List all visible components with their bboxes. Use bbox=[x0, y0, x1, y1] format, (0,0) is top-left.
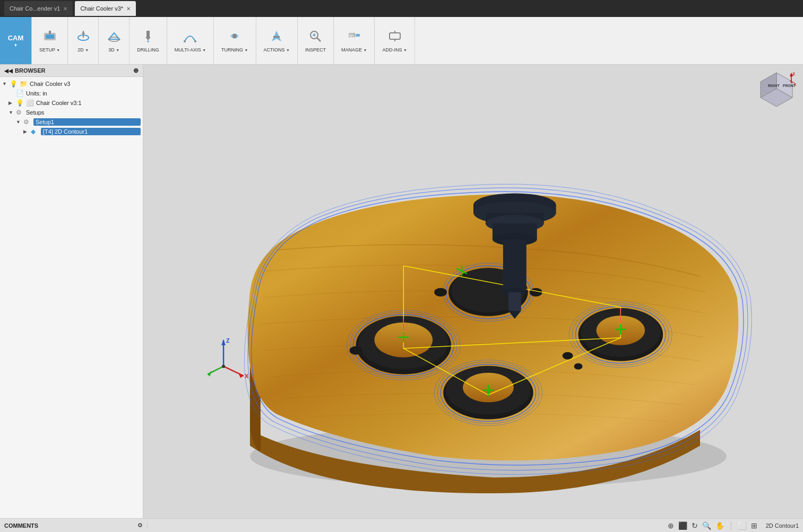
toolbar-manage-button[interactable]: G1G2 MANAGE ▼ bbox=[337, 19, 371, 62]
toolbar-group-actions: ACTIONS ▼ bbox=[256, 17, 298, 64]
title-bar: Chair Co...ender v1 ✕ Chair Cooler v3* ✕ bbox=[0, 0, 803, 17]
tree-arrow-setup1: ▼ bbox=[16, 119, 23, 125]
setup-label: SETUP ▼ bbox=[39, 47, 60, 53]
svg-marker-5 bbox=[82, 31, 85, 34]
3d-label: 3D ▼ bbox=[108, 47, 119, 53]
multiaxis-label: MULTI-AXIS ▼ bbox=[175, 47, 206, 53]
browser-collapse-icon[interactable]: ⊕ bbox=[133, 67, 139, 74]
svg-rect-78 bbox=[503, 239, 526, 292]
light-bulb-icon: 💡 bbox=[10, 80, 18, 88]
snap-icon[interactable]: ⊕ bbox=[668, 521, 674, 530]
tree-item-component[interactable]: ▶ 💡 ⬜ Chair Cooler v3:1 bbox=[0, 98, 143, 108]
tab-close-v1[interactable]: ✕ bbox=[63, 6, 67, 12]
grid-icon[interactable]: ⊞ bbox=[751, 521, 757, 530]
bottom-toolbar-icons: ⊕ ⬛ ↻ 🔍 ✋ ⬜ ⊞ bbox=[668, 521, 757, 530]
comments-label: COMMENTS bbox=[4, 522, 38, 529]
display-mode-icon[interactable]: ⬜ bbox=[738, 521, 747, 530]
svg-point-89 bbox=[222, 365, 225, 368]
toolbar-actions-button[interactable]: ACTIONS ▼ bbox=[260, 19, 294, 62]
toolbar-group-turning: TURNING ▼ bbox=[214, 17, 256, 64]
tree-label-contour: [T4] 2D Contour1 bbox=[41, 128, 141, 135]
svg-rect-1 bbox=[46, 34, 54, 39]
diamond-icon: ◆ bbox=[31, 128, 39, 135]
turning-label: TURNING ▼ bbox=[221, 47, 248, 53]
toolbar-addins-button[interactable]: ADD-INS ▼ bbox=[378, 19, 411, 62]
svg-point-53 bbox=[563, 352, 573, 360]
actions-icon bbox=[269, 29, 284, 46]
toolbar-turning-button[interactable]: TURNING ▼ bbox=[217, 19, 252, 62]
3d-icon bbox=[107, 29, 122, 46]
tree-label-root: Chair Cooler v3 bbox=[30, 81, 141, 87]
toolbar-multiaxis-button[interactable]: MULTI-AXIS ▼ bbox=[170, 19, 210, 62]
multiaxis-icon bbox=[183, 29, 197, 46]
folder-icon: 📁 bbox=[20, 80, 28, 88]
tree-arrow-contour: ▶ bbox=[23, 129, 31, 134]
doc-icon: 📄 bbox=[16, 90, 24, 97]
cam-label: CAM bbox=[8, 34, 24, 42]
tree-label-setup1: Setup1 bbox=[33, 118, 141, 126]
orbit-icon[interactable]: ↻ bbox=[692, 521, 698, 530]
tab-chair-cooler-v3[interactable]: Chair Cooler v3* ✕ bbox=[75, 1, 136, 16]
toolbar-3d-button[interactable]: 3D ▼ bbox=[102, 19, 126, 62]
toolbar-inspect-button[interactable]: INSPECT bbox=[301, 19, 330, 62]
view-cube[interactable]: FRONT RIGHT Z X bbox=[755, 70, 798, 112]
addins-icon bbox=[387, 29, 402, 46]
tree-item-units[interactable]: 📄 Units: in bbox=[0, 89, 143, 98]
setup1-icon: ⚙ bbox=[23, 118, 32, 126]
browser-panel: ◀◀ BROWSER ⊕ ▼ 💡 📁 Chair Cooler v3 📄 Uni… bbox=[0, 65, 143, 518]
active-operation-label: 2D Contour1 bbox=[766, 522, 799, 529]
toolbar-drilling-button[interactable]: DRILLING bbox=[133, 19, 163, 62]
toolbar-group-inspect: INSPECT bbox=[298, 17, 334, 64]
tree-item-contour[interactable]: ▶ ◆ [T4] 2D Contour1 bbox=[0, 127, 143, 136]
svg-point-11 bbox=[194, 40, 196, 42]
tree-item-root[interactable]: ▼ 💡 📁 Chair Cooler v3 bbox=[0, 79, 143, 89]
display-icon[interactable]: ⬛ bbox=[678, 521, 687, 530]
setup-icon bbox=[42, 29, 57, 46]
toolbar-group-setup: SETUP ▼ bbox=[32, 17, 68, 64]
3d-viewport[interactable]: Z X FRONT bbox=[143, 65, 803, 518]
tab-label: Chair Co...ender v1 bbox=[10, 5, 60, 12]
tree-item-setups[interactable]: ▼ ⚙ Setups bbox=[0, 108, 143, 117]
turning-icon bbox=[227, 29, 242, 46]
svg-point-12 bbox=[232, 34, 237, 38]
svg-text:RIGHT: RIGHT bbox=[768, 84, 780, 88]
toolbar-group-manage: G1G2 MANAGE ▼ bbox=[334, 17, 375, 64]
separator bbox=[731, 521, 731, 530]
drilling-label: DRILLING bbox=[137, 47, 159, 53]
status-bar: COMMENTS ⚙ ⊕ ⬛ ↻ 🔍 ✋ ⬜ ⊞ 2D Contour1 bbox=[0, 518, 803, 532]
zoom-icon[interactable]: 🔍 bbox=[702, 521, 711, 530]
tab-close-v3[interactable]: ✕ bbox=[126, 6, 131, 12]
2d-label: 2D ▼ bbox=[77, 47, 89, 53]
svg-text:G2: G2 bbox=[349, 33, 353, 36]
cam-arrow: ▼ bbox=[14, 43, 18, 48]
svg-text:Z: Z bbox=[226, 337, 230, 344]
addins-label: ADD-INS ▼ bbox=[382, 47, 407, 53]
toolbar-group-drilling: DRILLING bbox=[129, 17, 167, 64]
toolbar-group-2d: 2D ▼ bbox=[68, 17, 99, 64]
svg-rect-7 bbox=[146, 31, 150, 38]
svg-line-16 bbox=[317, 38, 321, 41]
pan-icon[interactable]: ✋ bbox=[715, 521, 724, 530]
toolbar-group-multiaxis: MULTI-AXIS ▼ bbox=[167, 17, 214, 64]
comments-settings-icon[interactable]: ⚙ bbox=[137, 522, 143, 529]
browser-back-icon[interactable]: ◀◀ bbox=[4, 68, 13, 74]
toolbar-setup-button[interactable]: SETUP ▼ bbox=[35, 19, 64, 62]
main-area: ◀◀ BROWSER ⊕ ▼ 💡 📁 Chair Cooler v3 📄 Uni… bbox=[0, 65, 803, 518]
svg-point-54 bbox=[574, 363, 583, 370]
tree-item-setup1[interactable]: ▼ ⚙ Setup1 bbox=[0, 117, 143, 127]
toolbar: CAM ▼ SETUP ▼ 2D ▼ 3D ▼ bbox=[0, 17, 803, 65]
tree-arrow-root: ▼ bbox=[2, 81, 10, 86]
svg-rect-23 bbox=[390, 33, 400, 39]
toolbar-2d-button[interactable]: 2D ▼ bbox=[71, 19, 95, 62]
tree-arrow-component: ▶ bbox=[8, 100, 16, 106]
svg-rect-14 bbox=[273, 36, 280, 38]
actions-label: ACTIONS ▼ bbox=[264, 47, 290, 53]
inspect-label: INSPECT bbox=[305, 47, 326, 53]
browser-header: ◀◀ BROWSER ⊕ bbox=[0, 65, 143, 77]
component-icon: ⬜ bbox=[26, 99, 34, 107]
status-right: ⊕ ⬛ ↻ 🔍 ✋ ⬜ ⊞ 2D Contour1 bbox=[148, 521, 799, 530]
svg-point-51 bbox=[530, 288, 542, 296]
tree-label-setups: Setups bbox=[26, 109, 141, 116]
cam-menu-button[interactable]: CAM ▼ bbox=[0, 17, 32, 64]
tab-chair-cooler-v1[interactable]: Chair Co...ender v1 ✕ bbox=[4, 1, 73, 16]
